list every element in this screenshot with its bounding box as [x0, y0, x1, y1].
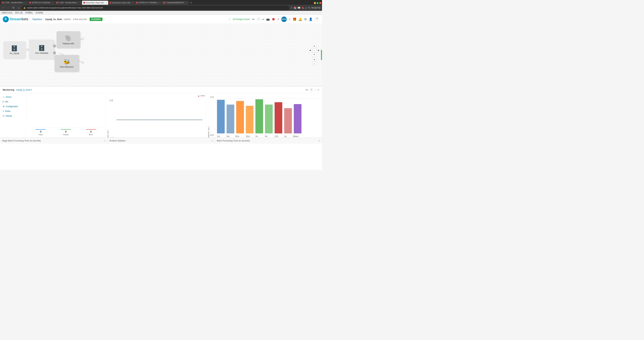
bookmark-panel[interactable]: 🔖: [302, 7, 304, 9]
sidebar-item-configuration[interactable]: ⚙ Configuration: [0, 104, 26, 109]
bottom-panel-1-close[interactable]: ×: [104, 139, 105, 142]
tab-label-7: C Impala实时刷新同步Hiv...: [166, 2, 186, 4]
zoom-out-button[interactable]: −: [312, 62, 316, 66]
tab-label-5: StreamSets | Data Colle...: [112, 2, 132, 4]
more-options-button[interactable]: •••: [252, 18, 255, 21]
nav-down-button[interactable]: ▼: [312, 53, 316, 57]
monitoring-pipeline-link[interactable]: mysql_to_hive: [16, 89, 30, 91]
logo[interactable]: S StreamSets: [3, 16, 28, 22]
tabs-bar: C 登录 - Cloudera Manag... × 在CDH5.14.4 中安…: [0, 0, 322, 5]
sidebar-item-info[interactable]: ℹ Info: [0, 99, 26, 104]
mobile-view[interactable]: 移动版书签: [311, 7, 321, 9]
breadcrumb-separator: /: [43, 18, 44, 21]
monitoring-expand-button[interactable]: ⤢: [317, 89, 319, 91]
tab-close-7[interactable]: ×: [186, 2, 187, 4]
stats-chart-area: [28, 95, 104, 128]
tab-4-active[interactable]: StreamSets | Data Colle... ×: [82, 1, 108, 5]
close-button[interactable]: [319, 2, 321, 4]
node-src-mysql[interactable]: 🗄️ Src_Mysql: [4, 41, 25, 58]
nav-center-button[interactable]: ⌂: [312, 48, 316, 52]
home-nav-button[interactable]: ⌂: [289, 18, 290, 21]
hive-metastore-icon: 🐝: [64, 59, 70, 65]
tab-close-4[interactable]: ×: [106, 2, 107, 4]
history-label: History: [6, 115, 12, 117]
nav-left-button[interactable]: ◀: [308, 48, 312, 52]
maximize-button[interactable]: [316, 2, 318, 4]
notification-button[interactable]: 🔔: [298, 18, 302, 21]
monitoring-help-button[interactable]: ?: [310, 88, 313, 92]
library-icon[interactable]: 📚: [294, 7, 296, 9]
bookmark-item-2[interactable]: 新手上路: [15, 12, 22, 14]
svg-text:1.0: 1.0: [110, 99, 113, 102]
pipelines-link[interactable]: Pipelines: [32, 18, 42, 21]
tab-label-6: 在CDH5.14.4 中安装Stre...: [138, 2, 158, 4]
url-input[interactable]: [27, 7, 288, 9]
bookmark-item-3[interactable]: 常用网址: [25, 12, 33, 14]
tab-close-3[interactable]: ×: [80, 2, 80, 4]
screenshot-button[interactable]: 📷: [266, 18, 270, 21]
home-button[interactable]: ⌂: [16, 6, 20, 10]
monitoring-more-button[interactable]: •••: [306, 89, 308, 91]
sidebar-item-errors[interactable]: ⚠ Errors: [0, 95, 26, 99]
new-tab-button[interactable]: +: [189, 1, 193, 5]
back-button[interactable]: ←: [1, 6, 6, 10]
sidebar-item-rules[interactable]: ≡ Rules: [0, 109, 26, 114]
monitoring-minimize-button[interactable]: −: [314, 89, 316, 91]
tab-close-1[interactable]: ×: [25, 2, 26, 4]
monitoring-title: Monitoring:: [3, 89, 15, 91]
nav-up-button[interactable]: ▲: [312, 44, 316, 48]
refresh-button[interactable]: ↻: [12, 6, 16, 10]
tab-5[interactable]: StreamSets | Data Colle... ×: [108, 1, 134, 5]
reader-icon[interactable]: 📖: [298, 7, 300, 9]
shuffle-button[interactable]: ⇌: [262, 18, 264, 21]
sch-avatar[interactable]: SCH: [281, 17, 287, 22]
svg-point-2: [82, 38, 84, 40]
tab-close-6[interactable]: ×: [159, 2, 160, 4]
svg-rect-30: [284, 108, 292, 133]
more-tools[interactable]: ↙: [305, 7, 307, 9]
user-button[interactable]: 👤: [309, 18, 312, 21]
chart-legend: ● Error: [107, 95, 205, 97]
bottom-panel-3-close[interactable]: ×: [318, 139, 320, 142]
stop-button[interactable]: ⏹: [272, 17, 275, 21]
tab-7[interactable]: C Impala实时刷新同步Hiv... ×: [162, 1, 189, 5]
tab-1[interactable]: C 登录 - Cloudera Manag... ×: [1, 1, 28, 5]
output-label: Output: [63, 133, 68, 135]
help-button[interactable]: ?: [314, 17, 319, 22]
history-icon: ↺: [3, 115, 4, 117]
bottom-panel-2-label: Runtime Statistics: [109, 140, 126, 142]
settings-button[interactable]: ⚙: [304, 18, 307, 21]
monitoring-header-right: ••• ? − ⤢: [306, 88, 319, 92]
share-button[interactable]: ↗: [277, 18, 279, 21]
tab-label-4: StreamSets | Data Colle...: [86, 2, 105, 4]
minimize-button[interactable]: [314, 2, 316, 4]
svg-text:0.0: 0.0: [210, 134, 214, 136]
bottom-panel-2-close[interactable]: ×: [211, 139, 212, 142]
node-hive-metastore[interactable]: 🐝 Hive Metastore: [54, 55, 79, 72]
bookmark-star[interactable]: ☆: [290, 7, 293, 9]
tab-3[interactable]: C 登录 - Cloudera Manag... ×: [55, 1, 82, 5]
node-hadoop-hdfs[interactable]: 🐘 Hadoop hdfs: [56, 31, 80, 48]
tab-label-1: C 登录 - Cloudera Manag...: [4, 2, 25, 4]
nav-right-button[interactable]: ▶: [316, 48, 321, 52]
gift-button[interactable]: 🎁: [293, 18, 296, 21]
monitoring-dropdown-icon[interactable]: ▾: [30, 89, 32, 91]
node-hive-metadata[interactable]: 🗄️ hive metadata 1 2: [29, 40, 54, 59]
forward-button[interactable]: →: [6, 6, 10, 10]
browser-menu[interactable]: ↻: [308, 7, 310, 9]
uptime-value: a few seconds: [73, 18, 87, 21]
src-mysql-icon: 🗄️: [11, 45, 18, 52]
bookmark-item-1[interactable]: 火狐官方站点: [1, 12, 12, 14]
tab-2[interactable]: 在CDH5.14.4 中安装Stre... ×: [28, 1, 55, 5]
src-mysql-label: Src_Mysql: [10, 52, 19, 55]
input-stat: 0 Input: [36, 129, 46, 135]
sidebar-item-history[interactable]: ↺ History: [0, 114, 26, 118]
zoom-in-button[interactable]: +: [312, 58, 316, 62]
tab-close-5[interactable]: ×: [132, 2, 133, 4]
address-bar[interactable]: 🔒: [22, 6, 290, 10]
bookmark-item-4[interactable]: 京东商城: [36, 12, 43, 14]
tab-close-2[interactable]: ×: [52, 2, 53, 4]
stats-row: 0 Input 0 Output 0 Error: [28, 128, 104, 135]
tab-6[interactable]: 在CDH5.14.4 中安装Stre... ×: [135, 1, 162, 5]
description-button[interactable]: 📄: [257, 18, 260, 21]
